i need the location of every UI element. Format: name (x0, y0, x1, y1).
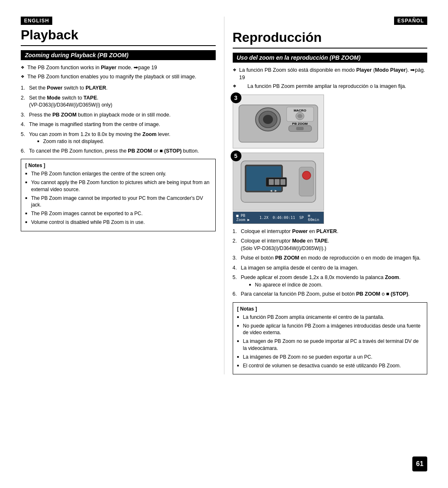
lcd-time: 0:46:00:11 (273, 216, 295, 220)
left-step-5: 5.You can zoom in from 1.2x to 8.0x by m… (21, 131, 216, 145)
right-step-5-sub-1: No aparece el índice de zoom. (249, 282, 428, 289)
right-column: ESPAÑOL Reproducción Uso del zoom en la … (224, 17, 428, 374)
right-note-4: La imágenes de PB Zoom no se pueden expo… (237, 354, 423, 361)
left-steps-list: 1.Set the Power switch to PLAYER. 2.Set … (21, 85, 216, 155)
svg-point-20 (302, 171, 311, 180)
camera-top-view: 3 MACRO (233, 95, 324, 148)
lcd-pb-zoom: ■ PB Zoom ▶ (236, 214, 256, 222)
svg-point-7 (297, 114, 302, 118)
right-intro-item-2: La función PB Zoom permite ampliar la re… (233, 83, 428, 90)
lcd-tape: SP (299, 216, 304, 220)
svg-rect-17 (280, 179, 285, 185)
right-step-5-subs: No aparece el índice de zoom. (249, 282, 428, 289)
left-step-4: 4.The image is magnified starting from t… (21, 121, 216, 129)
right-notes-list: La función PB Zoom amplía únicamente el … (237, 314, 423, 369)
step-5-circle: 5 (231, 151, 241, 161)
right-intro-list: La función PB Zoom sólo está disponible … (233, 67, 428, 90)
lcd-zoom-value: 1.2X (260, 216, 269, 220)
lang-badge-english: ENGLISH (21, 17, 52, 25)
left-intro-item-1: The PB Zoom function works in Player mod… (21, 64, 216, 72)
camera-top-illustration: MACRO PB ZOOM (235, 97, 322, 146)
svg-point-3 (263, 115, 273, 124)
left-step-5-sub-1: Zoom ratio is not displayed. (37, 138, 216, 145)
left-note-4: The PB Zoom images cannot be exported to… (25, 210, 211, 217)
right-note-5: El control de volumen se desactiva cuand… (237, 362, 423, 369)
right-notes-box: [ Notas ] La función PB Zoom amplía únic… (233, 302, 428, 375)
lcd-display: ■ PB Zoom ▶ 1.2X 0:46:00:11 SP ⊠ 60min (233, 211, 324, 224)
left-notes-title: [ Notes ] (25, 163, 211, 168)
english-badge: ENGLISH (21, 17, 216, 27)
svg-rect-15 (269, 179, 274, 185)
lang-badge-espanol: ESPAÑOL (394, 17, 427, 25)
left-step-5-subs: Zoom ratio is not displayed. (37, 138, 216, 145)
page: ENGLISH Playback Zooming during Playback… (0, 0, 448, 488)
lcd-battery: ⊠ 60min (308, 214, 320, 222)
espanol-badge-wrapper: ESPAÑOL (233, 17, 428, 27)
right-steps-list: 1.Coloque el interruptor Power en PLAYER… (233, 228, 428, 298)
right-intro-item-1: La función PB Zoom sólo está disponible … (233, 67, 428, 81)
camera-top-svg: MACRO PB ZOOM (233, 95, 324, 148)
right-note-3: La imagen de PB Zoom no se puede importa… (237, 338, 423, 352)
svg-text:◄ ►: ◄ ► (269, 189, 278, 193)
right-title: Reproducción (233, 30, 428, 49)
left-step-2: 2.Set the Mode switch to TAPE.(VP-D363(i… (21, 95, 216, 109)
right-step-2: 2.Coloque el interruptor Mode en TAPE.(S… (233, 238, 428, 252)
right-sub-header: Uso del zoom en la reproducción (PB ZOOM… (233, 53, 428, 63)
left-step-6: 6.To cancel the PB Zoom function, press … (21, 148, 216, 155)
step-3-circle: 3 (231, 92, 241, 103)
camera-side-svg: ◄ ► (233, 153, 324, 211)
left-note-1: The PB Zoom function enlarges the centre… (25, 170, 211, 177)
camera-side-illustration: ◄ ► (235, 155, 322, 209)
svg-text:PB ZOOM: PB ZOOM (292, 122, 308, 126)
right-step-6: 6.Para cancelar la función PB Zoom, puls… (233, 291, 428, 298)
right-note-1: La función PB Zoom amplía únicamente el … (237, 314, 423, 321)
page-number: 61 (412, 456, 427, 471)
right-step-3: 3.Pulse el botón PB ZOOM en modo de repr… (233, 255, 428, 262)
left-title: Playback (21, 27, 216, 46)
left-sub-header: Zooming during Playback (PB ZOOM) (21, 50, 216, 60)
camera-images: 3 MACRO (224, 95, 436, 224)
left-note-2: You cannot apply the PB Zoom function to… (25, 179, 211, 193)
left-notes-box: [ Notes ] The PB Zoom function enlarges … (21, 159, 216, 231)
left-step-3: 3.Press the PB ZOOM button in playback m… (21, 112, 216, 119)
camera-side-view: 5 (233, 153, 324, 224)
svg-rect-16 (275, 179, 280, 185)
svg-text:MACRO: MACRO (293, 109, 306, 112)
left-note-5: Volume control is disabled while PB Zoom… (25, 219, 211, 226)
right-notes-title: [ Notas ] (237, 306, 423, 312)
left-intro-list: The PB Zoom function works in Player mod… (21, 64, 216, 80)
left-notes-list: The PB Zoom function enlarges the centre… (25, 170, 211, 226)
right-step-4: 4.La imagen se amplía desde el centro de… (233, 265, 428, 272)
left-note-3: The PB Zoom image cannot be imported to … (25, 195, 211, 209)
right-step-5: 5.Puede aplicar el zoom desde 1,2x a 8,0… (233, 274, 428, 288)
right-step-1: 1.Coloque el interruptor Power en PLAYER… (233, 228, 428, 236)
svg-rect-10 (296, 127, 304, 130)
left-intro-item-2: The PB Zoom function enables you to magn… (21, 73, 216, 81)
right-note-2: No puede aplicar la función PB Zoom a im… (237, 323, 423, 337)
left-step-1: 1.Set the Power switch to PLAYER. (21, 85, 216, 92)
left-column: ENGLISH Playback Zooming during Playback… (21, 17, 224, 374)
